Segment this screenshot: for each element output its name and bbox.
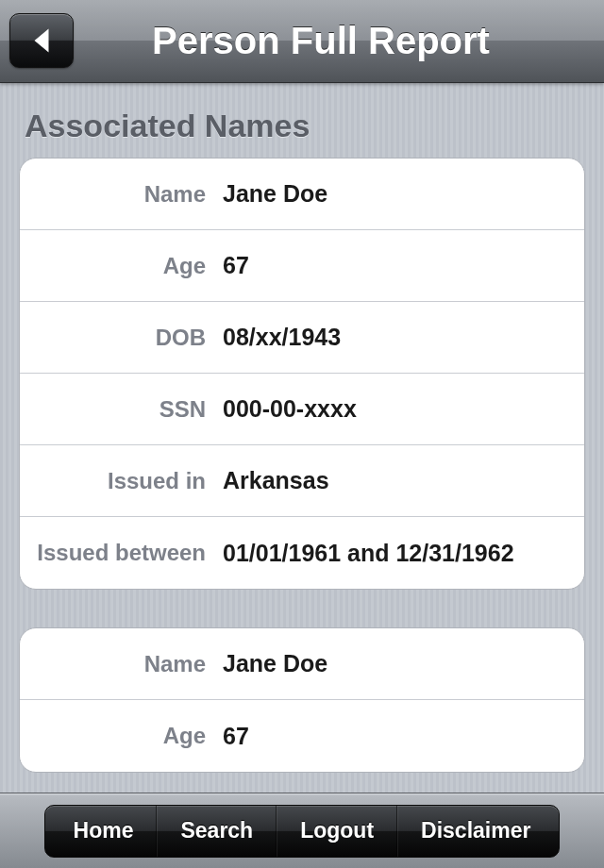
person-record-card: Name Jane Doe Age 67: [19, 627, 585, 773]
table-row: Name Jane Doe: [20, 628, 584, 700]
table-row: Age 67: [20, 230, 584, 302]
table-row: Issued in Arkansas: [20, 445, 584, 517]
back-arrow-icon: [29, 26, 54, 55]
table-row: DOB 08/xx/1943: [20, 302, 584, 374]
table-row: Age 67: [20, 700, 584, 772]
field-value-name: Jane Doe: [223, 650, 327, 677]
toolbar-segment: Home Search Logout Disclaimer: [44, 805, 561, 858]
field-value-dob: 08/xx/1943: [223, 324, 341, 351]
navigation-bar: Person Full Report: [0, 0, 604, 83]
section-heading: Associated Names: [25, 108, 585, 144]
field-value-age: 67: [223, 723, 249, 750]
field-label-issued-between: Issued between: [20, 540, 223, 566]
back-button[interactable]: [9, 13, 74, 68]
field-label-age: Age: [20, 723, 223, 749]
main-content: Associated Names Name Jane Doe Age 67 DO…: [0, 83, 604, 793]
field-value-age: 67: [223, 252, 249, 279]
field-value-issued-in: Arkansas: [223, 467, 329, 494]
field-value-issued-between: 01/01/1961 and 12/31/1962: [223, 540, 514, 567]
field-label-issued-in: Issued in: [20, 468, 223, 494]
table-row: SSN 000-00-xxxx: [20, 374, 584, 445]
field-label-age: Age: [20, 253, 223, 279]
home-button[interactable]: Home: [45, 806, 158, 857]
field-label-name: Name: [20, 181, 223, 208]
field-value-ssn: 000-00-xxxx: [223, 395, 357, 423]
search-button[interactable]: Search: [157, 806, 277, 857]
page-title: Person Full Report: [0, 20, 604, 62]
field-value-name: Jane Doe: [223, 180, 327, 208]
field-label-ssn: SSN: [20, 396, 223, 423]
disclaimer-button[interactable]: Disclaimer: [397, 806, 559, 857]
logout-button[interactable]: Logout: [277, 806, 397, 857]
field-label-dob: DOB: [20, 325, 223, 351]
person-record-card: Name Jane Doe Age 67 DOB 08/xx/1943 SSN …: [19, 158, 585, 590]
table-row: Issued between 01/01/1961 and 12/31/1962: [20, 517, 584, 589]
table-row: Name Jane Doe: [20, 159, 584, 230]
bottom-toolbar: Home Search Logout Disclaimer: [0, 793, 604, 868]
field-label-name: Name: [20, 651, 223, 677]
